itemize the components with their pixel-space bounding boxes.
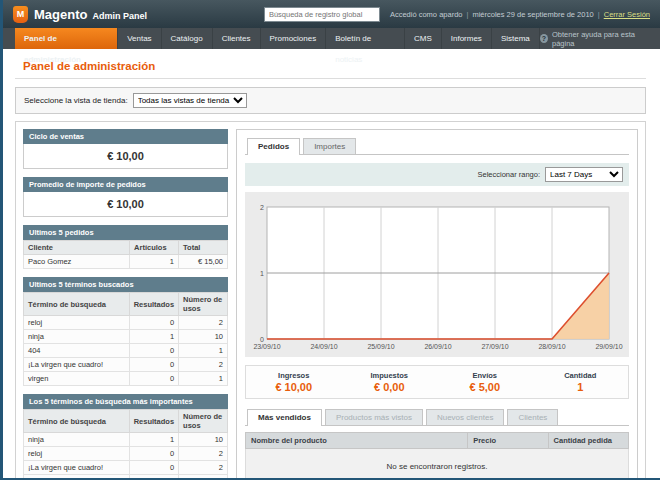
empty-message: No se encontraron registros.	[246, 449, 629, 480]
uses-cell: 10	[179, 330, 228, 344]
orders-chart: 23/09/1024/09/1025/09/1026/09/1027/09/10…	[249, 197, 625, 355]
page-content: Panel de administración Seleccione la vi…	[3, 49, 660, 480]
term-cell: ninja	[24, 330, 130, 344]
lifetime-sales-box: Ciclo de ventas € 10,00	[23, 129, 228, 169]
customer-cell: Paco Gomez	[24, 255, 130, 269]
results-cell: 1	[129, 433, 178, 447]
term-cell: 404	[24, 475, 130, 480]
magento-logo-icon[interactable]: M	[13, 6, 28, 23]
results-cell: 0	[129, 358, 178, 372]
term-cell: virgen	[24, 372, 130, 386]
total-label: Ingresos	[246, 371, 342, 380]
items-cell: 1	[130, 255, 179, 269]
nav-item-sistema[interactable]: Sistema	[492, 28, 540, 49]
total-value: € 5,00	[437, 381, 533, 393]
total-value: € 0,00	[342, 381, 438, 393]
svg-text:27/09/10: 27/09/10	[481, 343, 508, 350]
results-cell: 1	[129, 330, 178, 344]
table-row[interactable]: 404 0 1	[24, 475, 228, 480]
uses-cell: 1	[179, 475, 228, 480]
tab-importes[interactable]: Importes	[303, 138, 356, 154]
col-header: Término de búsqueda	[24, 410, 130, 433]
average-orders-title: Promedio de importe de pedidos	[23, 177, 228, 192]
top-search-terms-table: Término de búsqueda Resultados Número de…	[23, 409, 228, 480]
col-header: Artículos	[130, 241, 179, 255]
products-table: Nombre del producto Precio Cantidad pedi…	[245, 432, 629, 480]
help-icon	[540, 34, 548, 43]
main-nav: Panel de administración Ventas Catálogo …	[3, 28, 660, 49]
orders-panel: Pedidos Importes Seleccionar rango: Last…	[236, 129, 638, 480]
table-row[interactable]: virgen 0 1	[24, 372, 228, 386]
nav-item-ventas[interactable]: Ventas	[118, 28, 161, 49]
logout-link[interactable]: Cerrar Sesión	[604, 10, 650, 19]
brand-subtitle: Admin Panel	[92, 8, 147, 21]
lifetime-sales-value: € 10,00	[23, 144, 228, 169]
svg-text:29/09/10: 29/09/10	[595, 343, 622, 350]
col-header: Nombre del producto	[246, 433, 468, 449]
global-search-input[interactable]	[264, 7, 380, 22]
results-cell: 0	[129, 372, 178, 386]
nav-item-boletin[interactable]: Boletín de noticias	[326, 28, 405, 49]
uses-cell: 1	[179, 372, 228, 386]
range-select[interactable]: Last 7 Days	[545, 167, 623, 182]
last-search-terms-box: Ultimos 5 términos buscados Término de b…	[23, 277, 228, 386]
tab-mas-vendidos[interactable]: Más vendidos	[247, 409, 322, 426]
lifetime-sales-title: Ciclo de ventas	[23, 129, 228, 144]
date-text: miércoles 29 de septiembre de 2010	[472, 10, 593, 19]
magento-admin-window: M Magento Admin Panel Accedió como apard…	[0, 0, 660, 480]
top-search-terms-title: Los 5 términos de búsqueda más important…	[23, 394, 228, 409]
last-search-terms-table: Término de búsqueda Resultados Número de…	[23, 292, 228, 386]
col-header: Cliente	[24, 241, 130, 255]
tab-clientes[interactable]: Clientes	[507, 409, 558, 425]
col-header: Resultados	[129, 410, 178, 433]
table-row[interactable]: ¡La virgen que cuadro! 0 2	[24, 358, 228, 372]
brand-title: Magento	[34, 7, 87, 22]
total-cantidad: Cantidad 1	[533, 371, 629, 393]
total-value: € 10,00	[246, 381, 342, 393]
total-label: Impuestos	[342, 371, 438, 380]
table-row[interactable]: ninja 1 10	[24, 433, 228, 447]
total-ingresos: Ingresos € 10,00	[246, 371, 342, 393]
store-view-select[interactable]: Todas las vistas de tienda	[133, 93, 247, 108]
tab-pedidos[interactable]: Pedidos	[247, 138, 300, 155]
nav-item-cms[interactable]: CMS	[405, 28, 442, 49]
nav-item-dashboard[interactable]: Panel de administración	[15, 28, 118, 49]
uses-cell: 10	[179, 433, 228, 447]
term-cell: 404	[24, 344, 130, 358]
nav-item-clientes[interactable]: Clientes	[213, 28, 261, 49]
term-cell: ¡La virgen que cuadro!	[24, 461, 130, 475]
results-cell: 0	[129, 344, 178, 358]
last-orders-table: Cliente Artículos Total Paco Gomez 1 € 1…	[23, 240, 228, 269]
table-row[interactable]: 404 0 1	[24, 344, 228, 358]
tab-productos-mas-vistos[interactable]: Productos más vistos	[325, 409, 423, 425]
store-view-label: Seleccione la vista de tienda:	[24, 96, 128, 105]
col-header: Término de búsqueda	[24, 293, 130, 316]
svg-text:2: 2	[260, 204, 264, 211]
header-user-info: Accedió como apardo|miércoles 29 de sept…	[390, 10, 650, 19]
store-view-bar: Seleccione la vista de tienda: Todas las…	[15, 87, 646, 114]
total-label: Envíos	[437, 371, 533, 380]
uses-cell: 2	[179, 447, 228, 461]
svg-text:1: 1	[260, 270, 264, 277]
svg-text:24/09/10: 24/09/10	[310, 343, 337, 350]
nav-item-promociones[interactable]: Promociones	[261, 28, 327, 49]
term-cell: reloj	[24, 316, 130, 330]
col-header: Total	[179, 241, 228, 255]
help-link[interactable]: Obtener ayuda para esta página	[540, 28, 650, 49]
last-orders-title: Ultimos 5 pedidos	[23, 225, 228, 240]
dashboard-body: Ciclo de ventas € 10,00 Promedio de impo…	[15, 121, 646, 480]
table-row[interactable]: ninja 1 10	[24, 330, 228, 344]
range-bar: Seleccionar rango: Last 7 Days	[245, 163, 629, 186]
tab-nuevos-clientes[interactable]: Nuevos clientes	[426, 409, 504, 425]
uses-cell: 2	[179, 358, 228, 372]
nav-item-catalogo[interactable]: Catálogo	[162, 28, 213, 49]
uses-cell: 2	[179, 461, 228, 475]
svg-text:23/09/10: 23/09/10	[253, 343, 280, 350]
average-orders-value: € 10,00	[23, 192, 228, 217]
col-header: Número de usos	[179, 293, 228, 316]
table-row[interactable]: reloj 0 2	[24, 316, 228, 330]
table-row[interactable]: reloj 0 2	[24, 447, 228, 461]
nav-item-informes[interactable]: Informes	[442, 28, 492, 49]
table-row[interactable]: ¡La virgen que cuadro! 0 2	[24, 461, 228, 475]
table-row[interactable]: Paco Gomez 1 € 15,00	[24, 255, 228, 269]
